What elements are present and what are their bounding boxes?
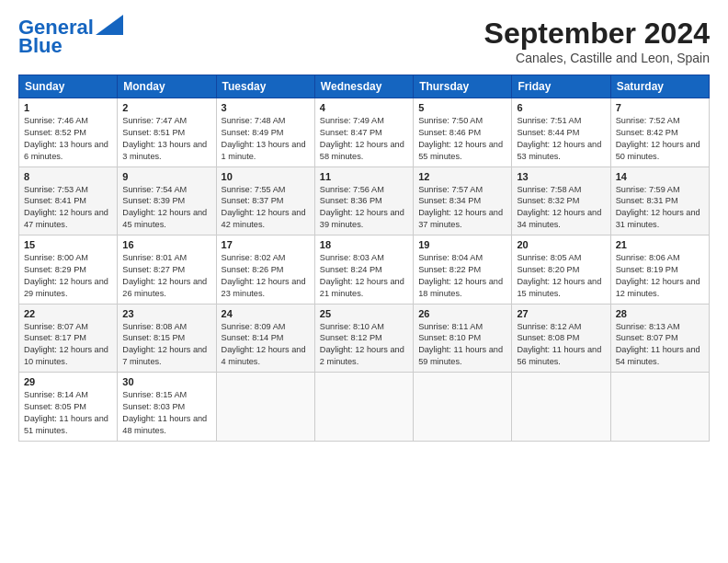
day-number: 13 <box>517 171 605 182</box>
day-number: 30 <box>122 376 210 387</box>
table-row: 5 Sunrise: 7:50 AMSunset: 8:46 PMDayligh… <box>414 98 512 167</box>
day-info: Sunrise: 7:48 AMSunset: 8:49 PMDaylight:… <box>222 116 306 161</box>
table-row: 8 Sunrise: 7:53 AMSunset: 8:41 PMDayligh… <box>19 167 118 236</box>
table-row: 15 Sunrise: 8:00 AMSunset: 8:29 PMDaylig… <box>19 236 118 304</box>
day-info: Sunrise: 8:04 AMSunset: 8:22 PMDaylight:… <box>418 253 503 298</box>
header-wednesday: Wednesday <box>314 75 413 98</box>
day-info: Sunrise: 8:09 AMSunset: 8:14 PMDaylight:… <box>222 322 306 367</box>
header-friday: Friday <box>512 75 610 98</box>
table-row: 10 Sunrise: 7:55 AMSunset: 8:37 PMDaylig… <box>216 167 314 236</box>
day-number: 24 <box>222 308 310 319</box>
table-row: 9 Sunrise: 7:54 AMSunset: 8:39 PMDayligh… <box>118 167 216 236</box>
title-block: September 2024 Canales, Castille and Leo… <box>484 17 710 65</box>
day-info: Sunrise: 7:49 AMSunset: 8:47 PMDaylight:… <box>320 116 404 161</box>
day-number: 28 <box>616 308 704 319</box>
calendar-week-row: 15 Sunrise: 8:00 AMSunset: 8:29 PMDaylig… <box>19 236 710 304</box>
header-sunday: Sunday <box>19 75 118 98</box>
table-row: 25 Sunrise: 8:10 AMSunset: 8:12 PMDaylig… <box>314 304 413 373</box>
table-row: 26 Sunrise: 8:11 AMSunset: 8:10 PMDaylig… <box>414 304 512 373</box>
day-info: Sunrise: 7:57 AMSunset: 8:34 PMDaylight:… <box>418 185 503 230</box>
day-number: 16 <box>122 239 210 250</box>
day-number: 27 <box>517 308 605 319</box>
table-row: 20 Sunrise: 8:05 AMSunset: 8:20 PMDaylig… <box>512 236 610 304</box>
table-row <box>610 373 709 442</box>
calendar: Sunday Monday Tuesday Wednesday Thursday… <box>18 75 710 442</box>
day-info: Sunrise: 8:05 AMSunset: 8:20 PMDaylight:… <box>517 253 601 298</box>
day-info: Sunrise: 8:11 AMSunset: 8:10 PMDaylight:… <box>418 322 503 367</box>
day-number: 6 <box>517 102 605 113</box>
header-tuesday: Tuesday <box>216 75 314 98</box>
header: General Blue September 2024 Canales, Cas… <box>18 17 710 65</box>
calendar-week-row: 22 Sunrise: 8:07 AMSunset: 8:17 PMDaylig… <box>19 304 710 373</box>
table-row <box>512 373 610 442</box>
day-number: 21 <box>616 239 704 250</box>
table-row <box>414 373 512 442</box>
table-row: 28 Sunrise: 8:13 AMSunset: 8:07 PMDaylig… <box>610 304 709 373</box>
day-info: Sunrise: 8:15 AMSunset: 8:03 PMDaylight:… <box>122 390 207 435</box>
day-info: Sunrise: 8:13 AMSunset: 8:07 PMDaylight:… <box>616 322 700 367</box>
day-number: 1 <box>24 102 112 113</box>
table-row <box>216 373 314 442</box>
day-info: Sunrise: 8:00 AMSunset: 8:29 PMDaylight:… <box>24 253 108 298</box>
day-info: Sunrise: 8:03 AMSunset: 8:24 PMDaylight:… <box>320 253 404 298</box>
table-row: 30 Sunrise: 8:15 AMSunset: 8:03 PMDaylig… <box>118 373 216 442</box>
location: Canales, Castille and Leon, Spain <box>484 51 710 65</box>
day-info: Sunrise: 7:58 AMSunset: 8:32 PMDaylight:… <box>517 185 601 230</box>
day-info: Sunrise: 8:14 AMSunset: 8:05 PMDaylight:… <box>24 390 108 435</box>
table-row: 4 Sunrise: 7:49 AMSunset: 8:47 PMDayligh… <box>314 98 413 167</box>
calendar-week-row: 29 Sunrise: 8:14 AMSunset: 8:05 PMDaylig… <box>19 373 710 442</box>
table-row: 18 Sunrise: 8:03 AMSunset: 8:24 PMDaylig… <box>314 236 413 304</box>
page: General Blue September 2024 Canales, Cas… <box>0 0 728 563</box>
calendar-header-row: Sunday Monday Tuesday Wednesday Thursday… <box>19 75 710 98</box>
table-row: 3 Sunrise: 7:48 AMSunset: 8:49 PMDayligh… <box>216 98 314 167</box>
day-number: 23 <box>122 308 210 319</box>
table-row: 7 Sunrise: 7:52 AMSunset: 8:42 PMDayligh… <box>610 98 709 167</box>
day-info: Sunrise: 7:51 AMSunset: 8:44 PMDaylight:… <box>517 116 601 161</box>
month-title: September 2024 <box>484 17 710 51</box>
logo-icon <box>96 15 123 35</box>
table-row: 22 Sunrise: 8:07 AMSunset: 8:17 PMDaylig… <box>19 304 118 373</box>
svg-marker-0 <box>96 15 123 35</box>
day-number: 9 <box>122 171 210 182</box>
table-row: 27 Sunrise: 8:12 AMSunset: 8:08 PMDaylig… <box>512 304 610 373</box>
table-row: 13 Sunrise: 7:58 AMSunset: 8:32 PMDaylig… <box>512 167 610 236</box>
day-number: 11 <box>320 171 408 182</box>
table-row: 6 Sunrise: 7:51 AMSunset: 8:44 PMDayligh… <box>512 98 610 167</box>
calendar-week-row: 1 Sunrise: 7:46 AMSunset: 8:52 PMDayligh… <box>19 98 710 167</box>
day-info: Sunrise: 7:53 AMSunset: 8:41 PMDaylight:… <box>24 185 108 230</box>
day-info: Sunrise: 8:06 AMSunset: 8:19 PMDaylight:… <box>616 253 700 298</box>
table-row: 2 Sunrise: 7:47 AMSunset: 8:51 PMDayligh… <box>118 98 216 167</box>
day-number: 14 <box>616 171 704 182</box>
header-thursday: Thursday <box>414 75 512 98</box>
day-number: 10 <box>222 171 310 182</box>
day-number: 22 <box>24 308 112 319</box>
day-info: Sunrise: 7:50 AMSunset: 8:46 PMDaylight:… <box>418 116 503 161</box>
day-number: 4 <box>320 102 408 113</box>
table-row: 14 Sunrise: 7:59 AMSunset: 8:31 PMDaylig… <box>610 167 709 236</box>
day-number: 8 <box>24 171 112 182</box>
day-info: Sunrise: 8:02 AMSunset: 8:26 PMDaylight:… <box>222 253 306 298</box>
day-info: Sunrise: 8:12 AMSunset: 8:08 PMDaylight:… <box>517 322 601 367</box>
day-number: 20 <box>517 239 605 250</box>
table-row: 17 Sunrise: 8:02 AMSunset: 8:26 PMDaylig… <box>216 236 314 304</box>
day-info: Sunrise: 8:07 AMSunset: 8:17 PMDaylight:… <box>24 322 108 367</box>
day-number: 2 <box>122 102 210 113</box>
day-info: Sunrise: 7:47 AMSunset: 8:51 PMDaylight:… <box>122 116 207 161</box>
day-info: Sunrise: 7:46 AMSunset: 8:52 PMDaylight:… <box>24 116 108 161</box>
table-row: 23 Sunrise: 8:08 AMSunset: 8:15 PMDaylig… <box>118 304 216 373</box>
table-row: 16 Sunrise: 8:01 AMSunset: 8:27 PMDaylig… <box>118 236 216 304</box>
table-row <box>314 373 413 442</box>
table-row: 29 Sunrise: 8:14 AMSunset: 8:05 PMDaylig… <box>19 373 118 442</box>
table-row: 12 Sunrise: 7:57 AMSunset: 8:34 PMDaylig… <box>414 167 512 236</box>
logo-blue: Blue <box>18 35 63 57</box>
day-number: 18 <box>320 239 408 250</box>
day-number: 26 <box>418 308 506 319</box>
day-info: Sunrise: 7:54 AMSunset: 8:39 PMDaylight:… <box>122 185 207 230</box>
table-row: 11 Sunrise: 7:56 AMSunset: 8:36 PMDaylig… <box>314 167 413 236</box>
day-number: 7 <box>616 102 704 113</box>
day-info: Sunrise: 7:55 AMSunset: 8:37 PMDaylight:… <box>222 185 306 230</box>
day-number: 15 <box>24 239 112 250</box>
table-row: 24 Sunrise: 8:09 AMSunset: 8:14 PMDaylig… <box>216 304 314 373</box>
day-number: 12 <box>418 171 506 182</box>
logo: General Blue <box>18 17 123 57</box>
